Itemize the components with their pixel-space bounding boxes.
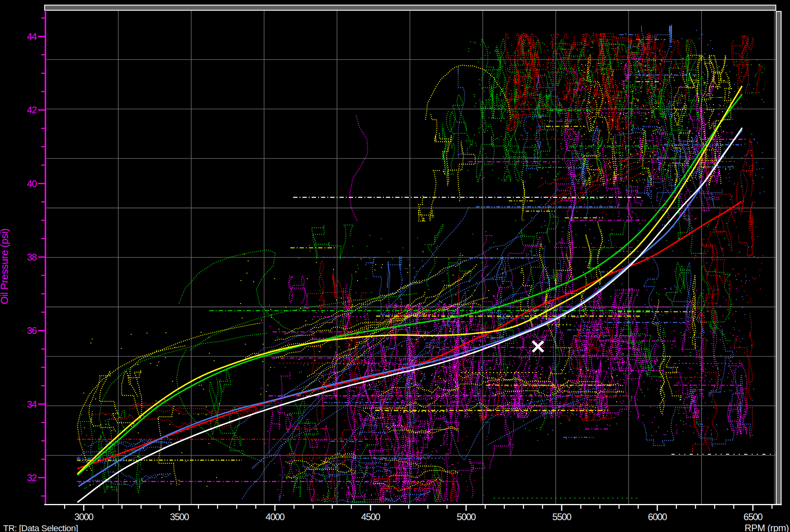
svg-text:5000: 5000 (457, 511, 476, 522)
svg-text:3500: 3500 (170, 511, 189, 522)
svg-text:TR: [Data Selection]: TR: [Data Selection] (3, 523, 78, 532)
svg-text:32: 32 (27, 472, 37, 483)
svg-text:Oil Pressure (psi): Oil Pressure (psi) (0, 229, 10, 304)
svg-text:36: 36 (27, 325, 37, 336)
svg-text:6500: 6500 (743, 511, 763, 522)
svg-text:4500: 4500 (361, 511, 380, 522)
svg-text:34: 34 (27, 399, 37, 410)
svg-text:RPM (rpm): RPM (rpm) (745, 523, 789, 532)
svg-text:6000: 6000 (648, 511, 667, 522)
svg-text:40: 40 (27, 178, 37, 189)
svg-text:5500: 5500 (552, 511, 572, 522)
svg-text:4000: 4000 (265, 511, 285, 522)
svg-text:3000: 3000 (74, 511, 94, 522)
svg-text:42: 42 (27, 105, 37, 115)
svg-text:44: 44 (27, 31, 37, 42)
svg-text:38: 38 (27, 252, 37, 262)
